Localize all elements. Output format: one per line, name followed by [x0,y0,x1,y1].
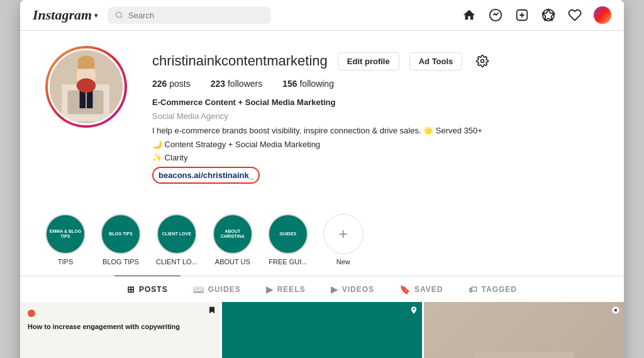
edit-profile-button[interactable]: Edit profile [338,52,399,70]
settings-button[interactable] [472,51,492,71]
profile-avatar-inner [48,48,125,125]
highlight-item-client[interactable]: CLIENT LOVE CLIENT LO... [156,214,197,266]
highlight-circle-add[interactable]: + [323,214,364,254]
bio-text2: 🌙 Content Strategy + Social Media Market… [152,138,599,151]
tab-guides[interactable]: 📖 GUIDES [180,276,253,302]
followers-label: followers [228,79,262,89]
profile-avatar [45,46,127,128]
following-label: following [299,79,333,89]
highlight-label-about: ABOUT US [215,258,250,266]
browser-window: Instagram ▾ [20,0,624,358]
explore-icon[interactable] [541,8,556,23]
highlight-item-blog[interactable]: BLOG TIPS BLOG TIPS [101,214,141,266]
tab-saved[interactable]: 🔖 SAVED [387,276,455,302]
posts-label: posts [169,79,190,89]
following-stat[interactable]: 156 following [282,79,334,89]
bio-category: Social Media Agency [152,110,599,123]
guides-tab-icon: 📖 [193,284,204,294]
bio-link[interactable]: beacons.ai/christinaink_ [158,169,253,182]
videos-tab-icon: ▶ [331,284,338,294]
highlight-text-about: ABOUT CHRISTINA [214,228,252,241]
profile-username-row: christinainkcontentmarketing Edit profil… [152,51,599,71]
post2-pin-icon [409,306,418,317]
post-thumb-1[interactable]: How to increase engagement with copywrit… [20,302,220,358]
post3-face [424,302,624,358]
svg-rect-16 [87,91,93,109]
home-icon[interactable] [462,8,477,23]
save-icon-1 [208,306,216,316]
post1-dot [28,310,35,317]
posts-count: 226 [152,79,167,89]
ad-tools-button[interactable]: Ad Tools [409,52,463,70]
post-thumb-2[interactable]: Christina's Favorite Social Media Tools … [222,302,422,358]
profile-section: christinainkcontentmarketing Edit profil… [20,31,624,204]
add-icon[interactable] [514,8,530,23]
highlight-circle-blog: BLOG TIPS [101,214,141,254]
highlight-circle-about: ABOUT CHRISTINA [213,214,253,254]
avatar[interactable] [594,6,611,24]
followers-stat[interactable]: 223 followers [211,79,263,89]
highlight-label-tips: TIPS [58,258,73,266]
svg-point-0 [116,12,122,18]
post3-portrait [474,352,574,358]
highlight-item-new[interactable]: + New [323,214,364,266]
highlight-label-client: CLIENT LO... [156,258,197,266]
tab-tagged-label: TAGGED [482,285,517,294]
tab-tagged[interactable]: 🏷 TAGGED [456,276,530,302]
highlight-item-guides[interactable]: GUIDES FREE GUI... [268,214,308,266]
posts-tab-icon: ⊞ [127,284,135,294]
bio-text3: ✨ Clarity [152,152,599,164]
highlight-item-about[interactable]: ABOUT CHRISTINA ABOUT US [213,214,253,266]
logo-chevron: ▾ [94,12,97,19]
highlight-text-blog: BLOG TIPS [108,230,134,238]
svg-point-17 [77,79,96,93]
post3-close-icon [611,306,620,317]
posts-grid: How to increase engagement with copywrit… [20,302,624,358]
bio-section: E-Commerce Content + Social Media Market… [152,96,599,184]
tab-videos-label: VIDEOS [342,285,374,294]
following-count: 156 [282,79,297,89]
bio-text1: I help e-commerce brands boost visibilit… [152,125,599,137]
highlight-text-client: CLIENT LOVE [161,230,192,238]
tab-guides-label: GUIDES [208,285,241,294]
profile-avatar-wrap [45,46,127,128]
highlight-label-guides: FREE GUI... [269,258,307,266]
tabs-row: ⊞ POSTS 📖 GUIDES ▶ REELS ▶ VIDEOS 🔖 SAVE… [20,276,624,302]
profile-top: christinainkcontentmarketing Edit profil… [45,46,599,184]
followers-count: 223 [211,79,225,89]
highlight-circle-guides: GUIDES [268,214,308,254]
highlight-text-guides: GUIDES [278,230,297,238]
stats-row: 226 posts 223 followers 156 following [152,79,599,89]
instagram-logo[interactable]: Instagram ▾ [33,7,97,23]
tab-reels[interactable]: ▶ REELS [253,276,318,302]
posts-stat: 226 posts [152,79,191,89]
bio-link-highlight: beacons.ai/christinaink_ [152,167,260,184]
highlight-circle-tips: EMMA & BLOG TIPS [45,214,86,254]
tab-saved-label: SAVED [414,285,443,294]
highlight-item-tips[interactable]: EMMA & BLOG TIPS TIPS [45,214,86,266]
search-input[interactable] [128,11,264,20]
saved-tab-icon: 🔖 [399,284,411,294]
svg-rect-14 [78,62,95,69]
highlights-row: EMMA & BLOG TIPS TIPS BLOG TIPS BLOG TIP… [20,204,624,276]
svg-point-18 [481,60,484,63]
highlight-label-new: New [336,258,350,266]
nav-icons [462,6,611,24]
highlight-label-blog: BLOG TIPS [103,258,139,266]
profile-username: christinainkcontentmarketing [152,53,328,69]
instagram-nav: Instagram ▾ [20,0,624,31]
messenger-icon[interactable] [488,8,503,23]
highlight-circle-client: CLIENT LOVE [157,214,197,254]
tab-videos[interactable]: ▶ VIDEOS [318,276,387,302]
tab-posts-label: POSTS [139,285,168,294]
heart-icon[interactable] [567,8,582,23]
avatar-image [50,48,123,123]
bio-name: E-Commerce Content + Social Media Market… [152,96,599,109]
tagged-tab-icon: 🏷 [469,284,478,294]
tab-reels-label: REELS [277,285,306,294]
svg-rect-15 [80,91,86,109]
post1-title: How to increase engagement with copywrit… [28,322,213,331]
reels-tab-icon: ▶ [266,284,274,294]
tab-posts[interactable]: ⊞ POSTS [114,276,180,302]
post-thumb-3[interactable]: When you finally realize that your sales… [424,302,624,358]
